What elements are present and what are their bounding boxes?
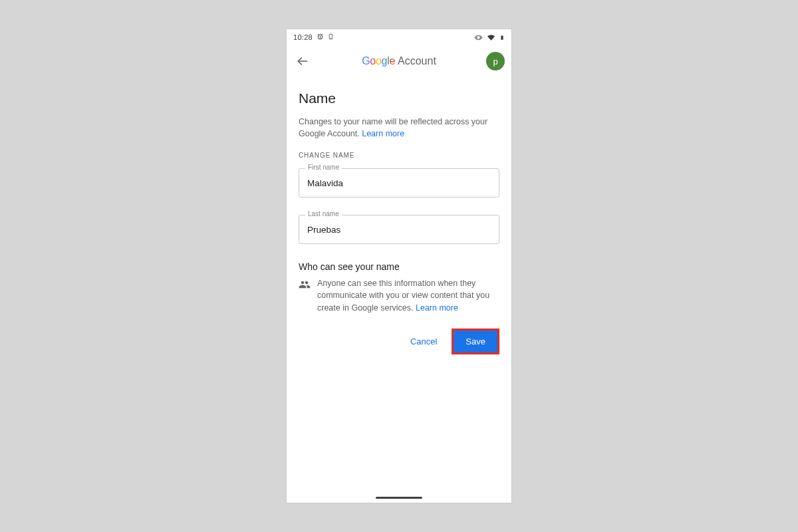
last-name-field-wrap: Last name [299, 215, 499, 244]
content-area: Name Changes to your name will be reflec… [287, 77, 511, 354]
visibility-row: Anyone can see this information when the… [299, 277, 499, 313]
home-indicator[interactable] [376, 497, 422, 499]
app-title: Google Account [287, 55, 511, 67]
avatar-initial: p [493, 57, 497, 66]
save-highlight: Save [452, 329, 499, 354]
visibility-learn-more-link[interactable]: Learn more [416, 303, 458, 313]
app-bar: Google Account p [287, 45, 511, 77]
action-row: Cancel Save [299, 329, 499, 354]
battery-icon [499, 33, 505, 42]
last-name-input[interactable] [299, 215, 499, 244]
first-name-input[interactable] [299, 168, 499, 198]
phone-frame: 10:28 Google [287, 29, 511, 503]
visibility-text: Anyone can see this information when the… [317, 277, 499, 313]
first-name-field-wrap: First name [299, 168, 499, 198]
eye-icon [474, 33, 483, 42]
first-name-label: First name [305, 164, 342, 171]
wifi-icon [487, 34, 495, 41]
avatar[interactable]: p [486, 52, 505, 70]
status-bar: 10:28 [287, 29, 511, 45]
page-title: Name [299, 90, 499, 106]
last-name-label: Last name [305, 210, 342, 217]
status-time: 10:28 [293, 33, 313, 41]
helper-text: Changes to your name will be reflected a… [299, 116, 499, 140]
account-label: Account [398, 55, 436, 67]
visibility-body: Anyone can see this information when the… [317, 279, 489, 312]
visibility-heading: Who can see your name [299, 261, 499, 272]
section-label: CHANGE NAME [299, 152, 499, 159]
alarm-icon [317, 33, 324, 42]
learn-more-link[interactable]: Learn more [362, 129, 404, 138]
device-icon [328, 33, 334, 42]
cancel-button[interactable]: Cancel [406, 331, 441, 352]
google-logo: Google [362, 55, 395, 67]
back-button[interactable] [293, 52, 312, 70]
people-icon [299, 279, 311, 313]
save-button[interactable]: Save [454, 331, 497, 352]
